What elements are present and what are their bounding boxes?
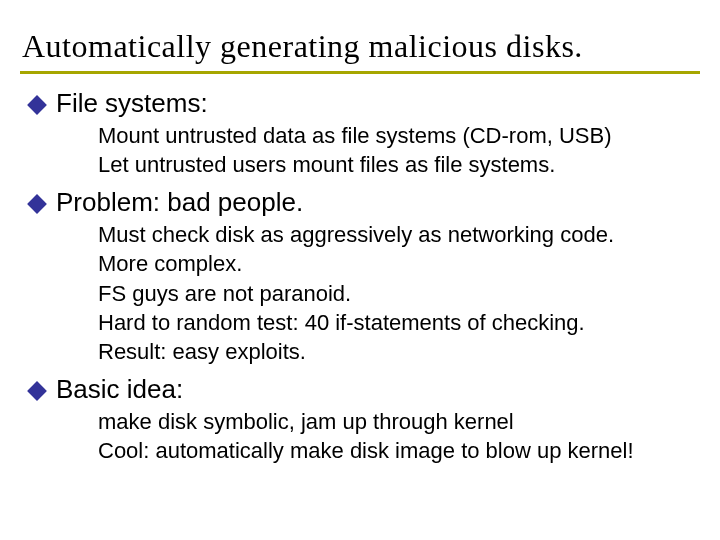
bullet-item: Problem: bad people. [26,187,700,218]
bullet-item: File systems: [26,88,700,119]
sub-item: – More complex. [80,249,700,278]
bullet-heading: Basic idea: [56,374,183,405]
slide: Automatically generating malicious disks… [0,0,720,540]
sub-item: – Result: easy exploits. [80,337,700,366]
sub-list: – Mount untrusted data as file systems (… [80,121,700,179]
sub-text: Must check disk as aggressively as netwo… [98,220,614,249]
sub-text: FS guys are not paranoid. [98,279,351,308]
sub-item: – Cool: automatically make disk image to… [80,436,700,465]
sub-text: Cool: automatically make disk image to b… [98,436,634,465]
sub-text: More complex. [98,249,242,278]
sub-list: – make disk symbolic, jam up through ker… [80,407,700,465]
sub-text: Let untrusted users mount files as file … [98,150,555,179]
sub-item: – Let untrusted users mount files as fil… [80,150,700,179]
slide-title: Automatically generating malicious disks… [20,28,700,74]
sub-item: – Mount untrusted data as file systems (… [80,121,700,150]
sub-text: Result: easy exploits. [98,337,306,366]
bullet-item: Basic idea: [26,374,700,405]
bullet-heading: Problem: bad people. [56,187,303,218]
sub-item: – Must check disk as aggressively as net… [80,220,700,249]
sub-text: Mount untrusted data as file systems (CD… [98,121,612,150]
diamond-icon [27,381,47,401]
sub-text: make disk symbolic, jam up through kerne… [98,407,514,436]
sub-item: – Hard to random test: 40 if-statements … [80,308,700,337]
bullet-heading: File systems: [56,88,208,119]
sub-item: – FS guys are not paranoid. [80,279,700,308]
sub-list: – Must check disk as aggressively as net… [80,220,700,365]
slide-content: File systems: – Mount untrusted data as … [20,88,700,465]
diamond-icon [27,95,47,115]
diamond-icon [27,194,47,214]
sub-item: – make disk symbolic, jam up through ker… [80,407,700,436]
sub-text: Hard to random test: 40 if-statements of… [98,308,585,337]
